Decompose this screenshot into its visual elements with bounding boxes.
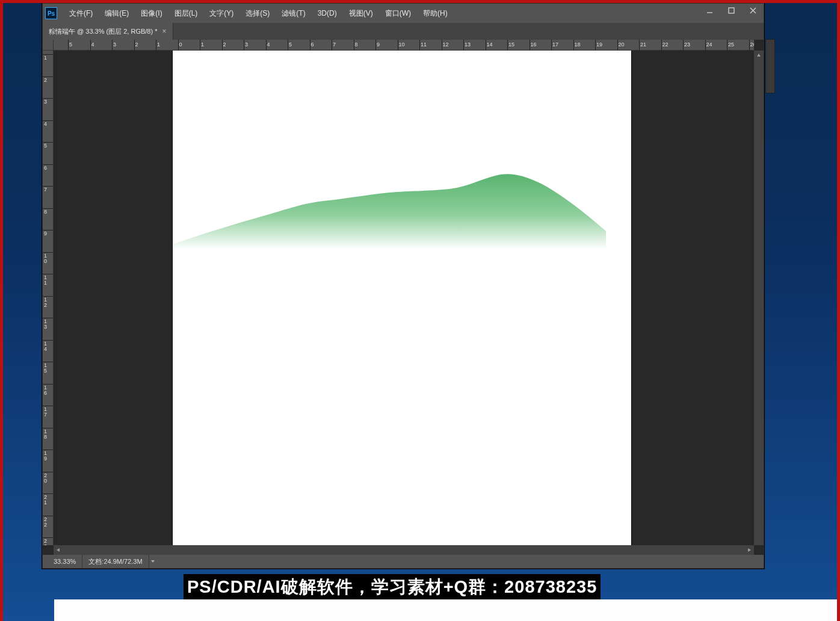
ruler-h-label: 2 <box>223 42 226 48</box>
document-tab-bar: 粽情端午 @ 33.3% (图层 2, RGB/8) * × <box>43 23 764 40</box>
ruler-v-label: 2 3 <box>44 539 51 545</box>
horizontal-ruler[interactable]: 5432101234567891011121314151617181920212… <box>54 40 754 51</box>
ruler-v-label: 1 2 <box>44 297 51 308</box>
ruler-h-label: 6 <box>311 42 314 48</box>
ruler-v-label: 1 9 <box>44 451 51 462</box>
watermark-banner: PS/CDR/AI破解软件，学习素材+Q群：208738235 <box>184 574 601 599</box>
ruler-h-label: 25 <box>728 42 734 48</box>
ruler-h-label: 1 <box>157 42 160 48</box>
ruler-h-label: 18 <box>575 42 581 48</box>
menu-3d[interactable]: 3D(D) <box>312 4 343 23</box>
ruler-h-label: 1 <box>201 42 204 48</box>
ruler-v-label: 9 <box>44 231 51 236</box>
menu-label: 图层(L) <box>174 8 198 19</box>
ruler-h-label: 19 <box>596 42 602 48</box>
ruler-v-label: 1 4 <box>44 341 51 352</box>
ruler-v-label: 1 1 <box>44 275 51 286</box>
ruler-h-label: 2 <box>135 42 138 48</box>
menu-label: 3D(D) <box>318 9 337 17</box>
ruler-h-label: 22 <box>662 42 669 48</box>
ruler-v-label: 7 <box>44 187 51 193</box>
ruler-h-label: 3 <box>245 42 248 48</box>
menu-type[interactable]: 文字(Y) <box>203 4 239 23</box>
scroll-right-icon[interactable] <box>744 545 754 555</box>
ruler-h-label: 5 <box>69 42 72 48</box>
ruler-v-label: 2 1 <box>44 495 51 505</box>
ruler-v-label: 5 <box>44 143 51 149</box>
tab-close-icon[interactable]: × <box>162 27 167 36</box>
ruler-h-label: 24 <box>706 42 712 48</box>
ruler-h-label: 20 <box>619 42 625 48</box>
menu-layer[interactable]: 图层(L) <box>168 4 204 23</box>
menu-window[interactable]: 窗口(W) <box>379 4 417 23</box>
document-canvas[interactable] <box>173 51 631 545</box>
menu-label: 视图(V) <box>349 8 373 19</box>
ruler-v-label: 1 6 <box>44 385 51 396</box>
taskbar <box>54 599 840 621</box>
ruler-corner <box>43 40 54 51</box>
menu-file[interactable]: 文件(F) <box>63 4 99 23</box>
menu-label: 帮助(H) <box>423 8 448 19</box>
vertical-scrollbar[interactable] <box>754 51 764 545</box>
ruler-h-label: 11 <box>421 42 427 48</box>
ruler-h-label: 10 <box>399 42 405 48</box>
horizontal-scrollbar[interactable] <box>54 545 754 555</box>
scroll-left-icon[interactable] <box>54 545 63 555</box>
menu-label: 图像(I) <box>141 8 162 19</box>
menu-view[interactable]: 视图(V) <box>343 4 379 23</box>
ruler-v-label: 1 3 <box>44 319 51 330</box>
ruler-h-label: 12 <box>443 42 449 48</box>
workspace: 5432101234567891011121314151617181920212… <box>43 40 764 555</box>
ruler-h-label: 17 <box>552 42 558 48</box>
menu-select[interactable]: 选择(S) <box>239 4 276 23</box>
ruler-h-label: 26 <box>750 42 755 48</box>
photoshop-window: Ps 文件(F) 编辑(E) 图像(I) 图层(L) 文字(Y) 选择(S) 滤… <box>42 3 764 569</box>
collapsed-panel[interactable] <box>765 39 775 93</box>
ruler-h-label: 0 <box>179 42 182 48</box>
ruler-h-label: 21 <box>640 42 646 48</box>
canvas-viewport[interactable] <box>54 51 754 545</box>
ruler-h-label: 7 <box>333 42 336 48</box>
mountain-artwork <box>173 171 606 249</box>
ruler-v-label: 2 <box>44 78 51 83</box>
ruler-h-label: 4 <box>91 42 94 48</box>
doc-size-value: 24.9M/72.3M <box>103 558 142 565</box>
menu-label: 编辑(E) <box>105 8 129 19</box>
ruler-v-label: 1 0 <box>44 253 51 264</box>
scroll-up-icon[interactable] <box>754 51 764 60</box>
menu-edit[interactable]: 编辑(E) <box>99 4 135 23</box>
menu-filter[interactable]: 滤镜(T) <box>276 4 311 23</box>
ruler-v-label: 6 <box>44 165 51 171</box>
menu-bar: Ps 文件(F) 编辑(E) 图像(I) 图层(L) 文字(Y) 选择(S) 滤… <box>43 4 764 23</box>
menu-image[interactable]: 图像(I) <box>135 4 168 23</box>
ruler-h-label: 13 <box>465 42 471 48</box>
ruler-h-label: 8 <box>355 42 358 48</box>
ruler-h-label: 3 <box>113 42 116 48</box>
svg-rect-1 <box>729 8 734 13</box>
menu-label: 文字(Y) <box>209 8 233 19</box>
menu-label: 文件(F) <box>69 8 93 19</box>
close-button[interactable] <box>742 4 764 17</box>
banner-text: PS/CDR/AI破解软件，学习素材+Q群：208738235 <box>187 577 597 596</box>
ruler-v-label: 2 2 <box>44 517 51 528</box>
zoom-value: 33.33% <box>54 558 76 565</box>
ruler-v-label: 8 <box>44 209 51 215</box>
status-doc-size[interactable]: 文档: 24.9M/72.3M <box>82 555 149 568</box>
document-tab[interactable]: 粽情端午 @ 33.3% (图层 2, RGB/8) * × <box>43 23 173 40</box>
menu-label: 选择(S) <box>246 8 270 19</box>
ruler-h-label: 4 <box>267 42 270 48</box>
vertical-ruler[interactable]: 1234567891 01 11 21 31 41 51 61 71 81 92… <box>43 51 54 545</box>
maximize-button[interactable] <box>720 4 742 17</box>
minimize-button[interactable] <box>699 4 720 17</box>
ruler-v-label: 1 8 <box>44 429 51 440</box>
ruler-h-label: 15 <box>508 42 514 48</box>
status-more-icon[interactable] <box>149 555 156 568</box>
ruler-h-label: 9 <box>377 42 380 48</box>
menu-label: 滤镜(T) <box>282 8 305 19</box>
ruler-v-label: 4 <box>44 122 51 127</box>
ruler-v-label: 1 7 <box>44 407 51 418</box>
status-zoom[interactable]: 33.33% <box>48 555 82 568</box>
status-bar: 33.33% 文档: 24.9M/72.3M <box>43 555 764 568</box>
window-controls <box>699 4 764 23</box>
menu-help[interactable]: 帮助(H) <box>417 4 454 23</box>
